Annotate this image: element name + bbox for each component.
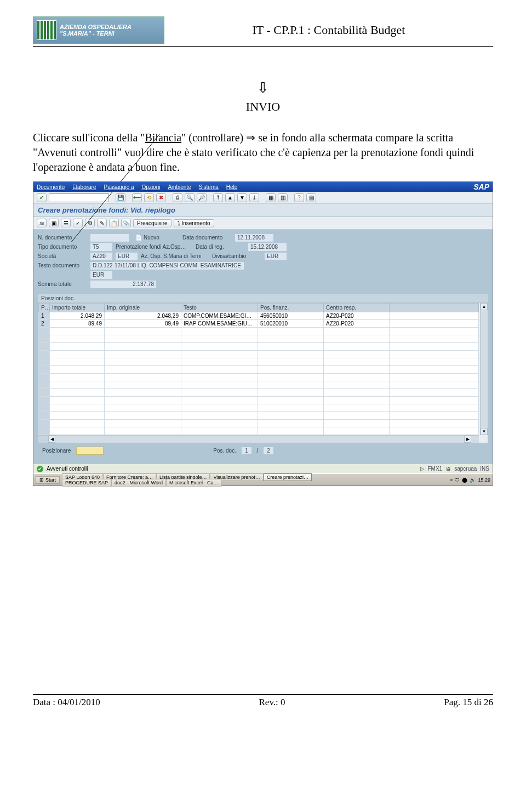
- col-spacer: [390, 304, 479, 312]
- menu-ambiente[interactable]: Ambiente: [168, 184, 191, 190]
- menu-sistema[interactable]: Sistema: [199, 184, 219, 190]
- server-icon: 🖥: [445, 466, 451, 472]
- table-row[interactable]: [39, 335, 479, 343]
- field-cur2[interactable]: EUR: [90, 271, 112, 279]
- save-icon[interactable]: 💾: [116, 193, 125, 202]
- field-societa[interactable]: AZ20: [90, 253, 112, 260]
- print-icon[interactable]: ⎙: [173, 193, 182, 202]
- windows-taskbar: ⊞Start SAP Logon 640Fornitore Creare: a……: [33, 473, 493, 485]
- field-societa-cur[interactable]: EUR: [116, 253, 138, 260]
- horizontal-scrollbar[interactable]: ◀ ▶: [38, 435, 479, 443]
- logo-stripes-icon: [37, 20, 56, 40]
- taskbar-item[interactable]: PROCEDURE SAP: [62, 479, 111, 487]
- preacquisire-button[interactable]: Preacquisire: [133, 219, 171, 227]
- table-row[interactable]: [39, 366, 479, 374]
- menu-opzioni[interactable]: Opzioni: [142, 184, 161, 190]
- scroll-left-icon[interactable]: ◀: [48, 436, 55, 443]
- table-row[interactable]: [39, 328, 479, 335]
- label-testodoc: Testo documento: [38, 262, 87, 268]
- taskbar-item[interactable]: doc2 - Microsoft Word: [111, 479, 166, 487]
- footer-date: Data : 04/01/2010: [33, 697, 100, 708]
- menu-documento[interactable]: Documento: [37, 184, 65, 190]
- overview-icon[interactable]: ▣: [49, 219, 59, 227]
- command-field[interactable]: [49, 193, 109, 202]
- new-session-icon[interactable]: ▦: [266, 193, 276, 202]
- tray-icon[interactable]: 🔊: [470, 477, 476, 483]
- sap-app-toolbar: ⚖ ▣ ☰ ✓ ⧉ ✎ 📋 📎 Preacquisire ⤵ Inserimen…: [33, 217, 493, 230]
- attach-icon[interactable]: 📎: [121, 219, 131, 227]
- posizionare-row: Posizionare Pos. doc. 1 / 2: [38, 443, 488, 458]
- table-row[interactable]: [39, 374, 479, 381]
- invio-heading: ⇩ INVIO: [33, 79, 493, 114]
- label-tipodoc: Tipo documento: [38, 244, 87, 250]
- copy-icon[interactable]: ⧉: [85, 219, 95, 227]
- vertical-scrollbar[interactable]: ▲ ▼: [480, 303, 488, 435]
- field-datadoc[interactable]: 12.11.2008: [235, 234, 273, 242]
- table-row[interactable]: [39, 412, 479, 420]
- layout-icon[interactable]: ▤: [306, 193, 316, 202]
- taskbar-item[interactable]: Creare prenotazi…: [264, 473, 312, 481]
- find-next-icon[interactable]: 🔎: [197, 193, 207, 202]
- col-posfin[interactable]: Pos. finanz.: [258, 304, 324, 312]
- table-row[interactable]: [39, 351, 479, 358]
- field-somma: 2.137,78: [90, 281, 156, 288]
- field-tipodoc[interactable]: T5: [90, 243, 112, 251]
- down-arrow-icon: ⇩: [33, 79, 493, 96]
- tray-icon[interactable]: 🛡: [455, 477, 460, 483]
- col-originale[interactable]: Imp. originale: [105, 304, 181, 312]
- col-pos[interactable]: P…: [39, 304, 50, 312]
- label-datareg: Data di reg.: [196, 244, 245, 250]
- prev-page-icon[interactable]: ▲: [225, 193, 235, 202]
- field-testodoc[interactable]: D.D.122-12/11/08 LIQ. COMPENSI COMM. ESA…: [90, 262, 244, 270]
- scroll-right-icon[interactable]: ▶: [464, 436, 471, 443]
- shortcut-icon[interactable]: ▥: [278, 193, 288, 202]
- scroll-up-icon[interactable]: ▲: [481, 303, 488, 310]
- exit-icon[interactable]: ⟲: [144, 193, 154, 202]
- scroll-down-icon[interactable]: ▼: [481, 428, 488, 435]
- table-row[interactable]: [39, 420, 479, 427]
- tray-icon[interactable]: ⬤: [462, 477, 467, 483]
- find-icon[interactable]: 🔍: [185, 193, 195, 202]
- table-row[interactable]: [39, 427, 479, 435]
- header-icon[interactable]: ☰: [61, 219, 71, 227]
- taskbar-item[interactable]: Microsoft Excel - Ca…: [166, 479, 222, 487]
- table-row[interactable]: [39, 404, 479, 412]
- last-page-icon[interactable]: ⤓: [249, 193, 259, 202]
- table-row[interactable]: [39, 381, 479, 389]
- table-row[interactable]: [39, 389, 479, 397]
- back-icon[interactable]: ⟵: [132, 193, 142, 202]
- next-page-icon[interactable]: ▼: [237, 193, 247, 202]
- table-row[interactable]: 12.048,292.048,29COMP.COMM.ESAME:GI…4560…: [39, 312, 479, 320]
- text-icon[interactable]: ✎: [97, 219, 107, 227]
- first-page-icon[interactable]: ⤒: [213, 193, 223, 202]
- table-row[interactable]: [39, 343, 479, 351]
- start-button[interactable]: ⊞Start: [36, 476, 60, 484]
- menu-elaborare[interactable]: Elaborare: [72, 184, 96, 190]
- cancel-icon[interactable]: ✖: [156, 193, 166, 202]
- posdoc-total: 2: [264, 447, 273, 454]
- field-datareg[interactable]: 15.12.2008: [248, 243, 287, 251]
- table-row[interactable]: [39, 397, 479, 404]
- clipboard-icon[interactable]: 📋: [109, 219, 119, 227]
- windows-icon: ⊞: [39, 477, 44, 483]
- tray-icon[interactable]: «: [450, 477, 453, 483]
- col-importo[interactable]: Importo totale: [50, 304, 105, 312]
- balance-icon[interactable]: ⚖: [37, 219, 47, 227]
- posizionare-input[interactable]: [76, 447, 104, 455]
- menu-passaggio[interactable]: Passaggio a: [104, 184, 134, 190]
- org-logo: AZIENDA OSPEDALIERA "S.MARIA" - TERNI: [33, 16, 164, 44]
- status-success-icon: ✔: [37, 466, 43, 472]
- table-row[interactable]: [39, 358, 479, 366]
- table-row[interactable]: 289,4989,49IRAP COMM.ESAME:GIU…510020010…: [39, 320, 479, 328]
- inserimento-button[interactable]: ⤵ Inserimento: [174, 219, 214, 227]
- enter-icon[interactable]: ✔: [37, 193, 47, 202]
- col-centro[interactable]: Centro resp.: [324, 304, 390, 312]
- help-icon[interactable]: ?: [294, 193, 304, 202]
- col-testo[interactable]: Testo: [181, 304, 258, 312]
- check-icon[interactable]: ✓: [73, 219, 83, 227]
- invio-label: INVIO: [246, 100, 280, 113]
- field-ndoc[interactable]: [90, 234, 129, 242]
- status-tcode: FMX1: [428, 466, 443, 472]
- field-divisa[interactable]: EUR: [265, 253, 287, 260]
- menu-help[interactable]: Help: [226, 184, 238, 190]
